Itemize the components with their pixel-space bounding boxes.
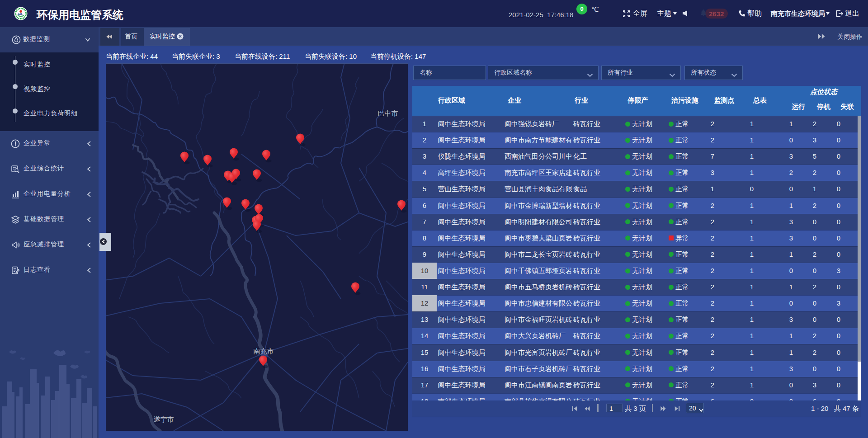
svg-text:巴中市: 巴中市 bbox=[378, 109, 398, 117]
svg-text:南充市: 南充市 bbox=[254, 347, 274, 355]
svg-text:遂宁市: 遂宁市 bbox=[154, 415, 174, 423]
